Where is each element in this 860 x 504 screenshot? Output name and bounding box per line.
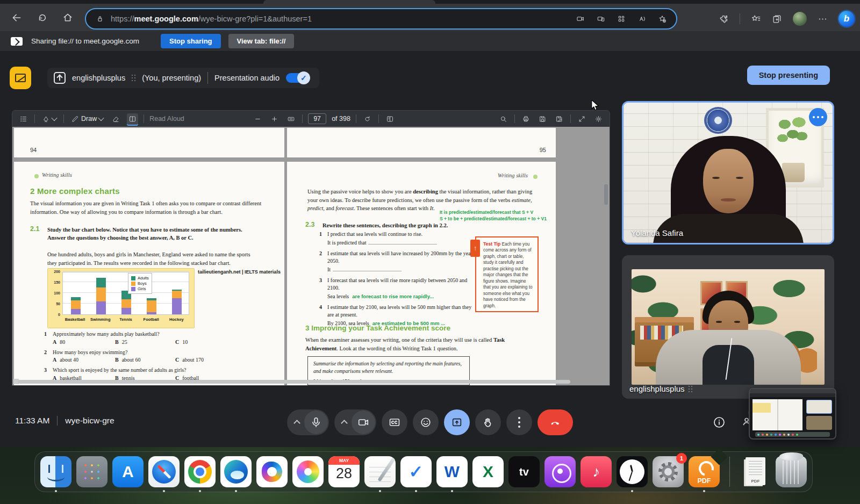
dock-clock[interactable]: [617, 456, 648, 487]
plant-pot: [782, 163, 805, 182]
video-tile-englishplusplus[interactable]: englishplusplus: [622, 255, 834, 399]
running-indicator: [55, 490, 57, 492]
raise-hand-button[interactable]: [475, 409, 501, 435]
dock-settings[interactable]: 1: [653, 456, 684, 487]
active-tab[interactable]: [263, 0, 435, 4]
fit-width-button[interactable]: [285, 113, 297, 125]
dock-foxit[interactable]: PDF: [689, 456, 720, 487]
dock-safari[interactable]: [148, 456, 180, 487]
erase-button[interactable]: [110, 113, 121, 125]
vertical-scrollbar-thumb[interactable]: [604, 184, 608, 205]
page-number-input[interactable]: [308, 113, 326, 124]
favorites-icon[interactable]: [751, 14, 761, 24]
captions-button[interactable]: [382, 409, 407, 435]
test-tip-box: ↑ Test Tip Each time you come across any…: [475, 236, 539, 312]
camera-capture-icon[interactable]: [576, 15, 585, 23]
dock-music[interactable]: ♪: [580, 456, 612, 487]
camera-options-icon[interactable]: [341, 420, 348, 427]
reactions-button[interactable]: [413, 409, 439, 435]
question-3: 3Which sport is enjoyed by the same numb…: [44, 366, 281, 381]
tile-menu-button[interactable]: [809, 108, 827, 126]
chart-legend: AdultsBoysGirls: [128, 273, 152, 294]
collections-icon[interactable]: [772, 14, 782, 24]
camera-icon: [357, 416, 369, 428]
video-feed: [632, 269, 825, 385]
add-favorite-icon[interactable]: [658, 15, 666, 23]
send-to-device-icon[interactable]: [597, 15, 605, 23]
dock-trash[interactable]: [776, 456, 807, 487]
dock-word[interactable]: W: [436, 456, 468, 487]
presenting-header: englishplusplus (You, presenting) Presen…: [0, 52, 860, 102]
highlight-button[interactable]: [40, 113, 58, 125]
option-C: Cabout 170: [175, 357, 245, 363]
camera-button[interactable]: [334, 409, 376, 435]
save-button[interactable]: [537, 113, 548, 125]
zoom-out-button[interactable]: [252, 113, 263, 125]
screen-share-preview[interactable]: [749, 388, 836, 440]
dock-appletv[interactable]: tv: [508, 456, 540, 487]
legend-boys: Boys: [131, 281, 149, 286]
pdf-content[interactable]: 94 95 Writing skills 2 More complex char…: [12, 127, 610, 385]
save-as-button[interactable]: [554, 113, 565, 125]
toolbar-divider: [740, 13, 740, 24]
mic-button[interactable]: [287, 409, 329, 435]
two-page-view-button[interactable]: [127, 113, 138, 125]
end-call-icon: [549, 416, 561, 428]
stop-presenting-button[interactable]: Stop presenting: [747, 66, 830, 85]
url-bar[interactable]: https://meet.google.com/wye-bicw-gre?pli…: [85, 8, 677, 30]
presentation-audio-toggle[interactable]: ✓: [286, 73, 309, 83]
x-label-hockey: Hockey: [164, 317, 189, 322]
dock-podcasts[interactable]: [544, 456, 576, 487]
more-options-button[interactable]: [506, 409, 532, 435]
horizontal-scrollbar-thumb[interactable]: [18, 380, 570, 384]
dock-notes[interactable]: [364, 456, 396, 487]
present-button[interactable]: [444, 409, 470, 435]
rotate-button[interactable]: [362, 113, 373, 125]
section-title: 2 More complex charts: [30, 186, 120, 196]
end-call-button[interactable]: [538, 409, 573, 435]
mic-options-icon[interactable]: [293, 420, 300, 427]
print-button[interactable]: [520, 113, 532, 125]
profile-avatar[interactable]: [793, 12, 807, 26]
page-layout-button[interactable]: [384, 113, 396, 125]
x-label-swimming: Swimming: [88, 317, 113, 322]
read-aloud-icon[interactable]: [637, 15, 646, 23]
chevron-down-icon: [98, 115, 104, 121]
home-button[interactable]: [59, 9, 77, 27]
draw-button[interactable]: Draw: [69, 113, 105, 125]
bing-copilot-icon[interactable]: b: [838, 11, 855, 27]
call-controls: [287, 409, 573, 435]
search-button[interactable]: [498, 113, 509, 125]
stop-sharing-button[interactable]: Stop sharing: [161, 34, 220, 48]
read-aloud-label[interactable]: Read Aloud: [149, 115, 184, 123]
dock-launchpad[interactable]: [76, 456, 108, 487]
view-tab-button[interactable]: View tab: file://: [228, 34, 295, 48]
zoom-in-button[interactable]: [269, 113, 280, 125]
pip-tile-1: [806, 400, 832, 414]
video-tile-yolanda[interactable]: Yolanda Safira: [622, 101, 834, 244]
running-indicator: [451, 490, 453, 492]
page-header: Writing skills: [42, 172, 72, 178]
presenter-name: englishplusplus: [72, 74, 125, 82]
dock-edge[interactable]: [220, 456, 252, 487]
dock-things[interactable]: ✓: [400, 456, 432, 487]
fullscreen-button[interactable]: [576, 113, 587, 125]
handwritten-annotation: It is predicted/estimated/forecast that …: [440, 209, 556, 222]
dock-chrome[interactable]: [184, 456, 216, 487]
browser-menu-icon[interactable]: [818, 14, 828, 24]
dock-finder[interactable]: [40, 456, 71, 487]
dock-calendar[interactable]: MAY28: [328, 456, 360, 487]
dock-appstore[interactable]: A: [112, 456, 144, 487]
dock-photos[interactable]: [292, 456, 324, 487]
back-button[interactable]: [8, 9, 26, 27]
reload-button[interactable]: [33, 9, 52, 27]
dock-pdfdoc[interactable]: PDF: [740, 456, 771, 487]
pip-chart: [752, 403, 771, 413]
extensions-icon[interactable]: [719, 14, 729, 24]
info-icon[interactable]: [713, 416, 726, 429]
settings-button[interactable]: [593, 113, 604, 125]
dock-copilot[interactable]: [256, 456, 288, 487]
dock-excel[interactable]: X: [472, 456, 504, 487]
toc-button[interactable]: [18, 113, 29, 125]
apps-grid-icon[interactable]: [617, 15, 626, 23]
